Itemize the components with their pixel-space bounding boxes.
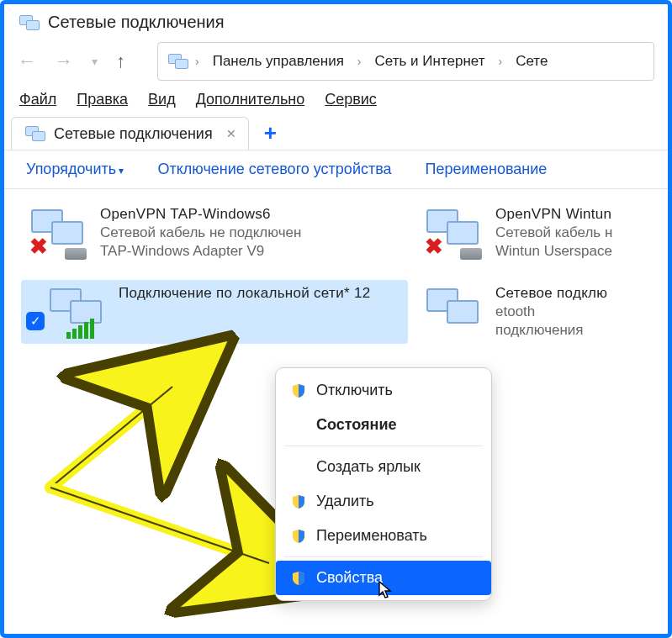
connection-item-selected[interactable]: ✓ Подключение по локальной сети* 12 xyxy=(21,280,408,344)
ctx-disable[interactable]: Отключить xyxy=(276,373,491,408)
menu-extra[interactable]: Дополнительно xyxy=(196,91,305,108)
connection-name: OpenVPN TAP-Windows6 xyxy=(100,206,301,223)
chevron-right-icon: › xyxy=(195,55,199,68)
ctx-create-shortcut[interactable]: Создать ярлык xyxy=(276,450,491,484)
toolbar-disable-device[interactable]: Отключение сетевого устройства xyxy=(157,161,391,178)
connection-status: Сетевой кабель не подключен xyxy=(100,224,301,241)
selection-checkbox[interactable]: ✓ xyxy=(26,312,45,330)
disconnected-badge-icon: ✖ xyxy=(29,234,48,260)
connection-name: Подключение по локальной сети* 12 xyxy=(119,285,370,302)
connection-device: Wintun Userspace xyxy=(495,243,612,260)
ctx-label: Переименовать xyxy=(316,527,427,545)
ctx-status[interactable]: Состояние xyxy=(276,408,491,442)
breadcrumb-item[interactable]: Сете xyxy=(509,50,554,73)
nav-forward-button[interactable]: → xyxy=(55,50,73,72)
ctx-delete[interactable]: Удалить xyxy=(276,484,491,519)
shield-icon xyxy=(291,494,306,509)
connection-name: OpenVPN Wintun xyxy=(495,206,612,223)
menu-file[interactable]: Файл xyxy=(19,91,56,108)
menu-edit[interactable]: Правка xyxy=(77,91,128,108)
window-title: Сетевые подключения xyxy=(48,13,225,32)
network-adapter-icon: ✖ xyxy=(423,206,484,260)
shield-icon xyxy=(291,529,306,544)
window-icon xyxy=(18,13,40,32)
breadcrumb[interactable]: › Панель управления › Сеть и Интернет › … xyxy=(157,42,654,81)
connection-status: etooth xyxy=(495,303,607,320)
menu-view[interactable]: Вид xyxy=(148,91,176,108)
tab-network-connections[interactable]: Сетевые подключения ✕ xyxy=(11,117,249,150)
ctx-label: Отключить xyxy=(316,382,393,399)
toolbar-organize[interactable]: Упорядочить xyxy=(26,161,124,178)
connection-status: Сетевой кабель н xyxy=(495,224,612,241)
wifi-signal-icon xyxy=(66,319,94,339)
menu-service[interactable]: Сервис xyxy=(325,91,377,108)
shield-icon xyxy=(291,571,306,586)
connection-item[interactable]: ✖ OpenVPN Wintun Сетевой кабель н Wintun… xyxy=(416,201,651,265)
new-tab-button[interactable]: + xyxy=(256,120,285,146)
context-menu: Отключить Состояние Создать ярлык Удалит… xyxy=(275,367,492,601)
breadcrumb-item[interactable]: Панель управления xyxy=(206,50,351,73)
shield-icon xyxy=(291,383,306,398)
chevron-right-icon: › xyxy=(498,55,502,68)
ethernet-plug-icon xyxy=(65,248,87,260)
nav-recent-dropdown[interactable]: ▾ xyxy=(92,55,98,68)
tab-icon xyxy=(24,124,45,143)
tab-close-button[interactable]: ✕ xyxy=(226,127,236,140)
ctx-label: Удалить xyxy=(316,493,374,510)
ethernet-plug-icon xyxy=(460,248,482,260)
mouse-cursor-icon xyxy=(378,580,394,604)
tab-label: Сетевые подключения xyxy=(54,125,213,143)
network-adapter-icon xyxy=(423,285,484,339)
network-adapter-icon: ✖ xyxy=(28,206,88,260)
toolbar: Упорядочить Отключение сетевого устройст… xyxy=(4,150,668,189)
ctx-label: Создать ярлык xyxy=(316,458,421,476)
network-adapter-icon xyxy=(46,285,107,339)
connection-device: TAP-Windows Adapter V9 xyxy=(100,243,301,260)
breadcrumb-item[interactable]: Сеть и Интернет xyxy=(368,50,492,73)
ctx-rename[interactable]: Переименовать xyxy=(276,519,491,553)
connection-name: Сетевое подклю xyxy=(495,285,607,302)
ctx-label: Свойства xyxy=(316,569,383,587)
ctx-label: Состояние xyxy=(316,416,397,434)
menubar: Файл Правка Вид Дополнительно Сервис xyxy=(4,89,668,117)
nav-back-button[interactable]: ← xyxy=(18,50,36,72)
breadcrumb-icon xyxy=(167,52,188,71)
connection-item[interactable]: ✖ OpenVPN TAP-Windows6 Сетевой кабель не… xyxy=(21,201,408,265)
connection-device: подключения xyxy=(495,322,607,339)
toolbar-rename[interactable]: Переименование xyxy=(426,161,548,178)
nav-up-button[interactable]: ↑ xyxy=(116,50,125,72)
chevron-right-icon: › xyxy=(357,55,362,68)
connection-item[interactable]: Сетевое подклю etooth подключения xyxy=(416,280,651,344)
disconnected-badge-icon: ✖ xyxy=(425,234,443,260)
